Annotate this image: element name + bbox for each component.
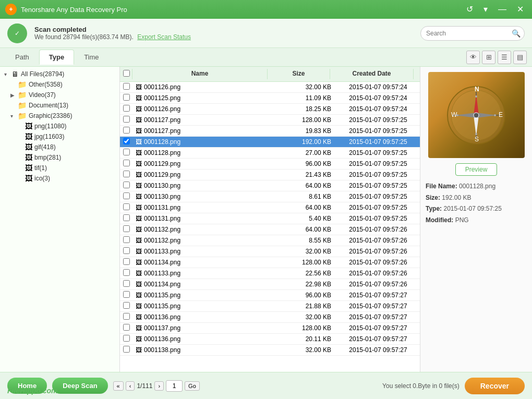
table-row[interactable]: 🖼 0001134.png 22.98 KB 2015-01-07 09:57:… <box>120 279 420 290</box>
page-input[interactable] <box>166 380 183 392</box>
view-list-button[interactable]: ☰ <box>498 51 511 64</box>
table-row[interactable]: 🖼 0001126.png 32.00 KB 2015-01-07 09:57:… <box>120 82 420 93</box>
tab-path[interactable]: Path <box>5 50 39 65</box>
row-checkbox[interactable] <box>123 258 130 265</box>
row-checkbox[interactable] <box>123 346 130 353</box>
table-row[interactable]: 🖼 0001127.png 128.00 KB 2015-01-07 09:57… <box>120 115 420 126</box>
row-checkbox[interactable] <box>123 313 130 320</box>
app-title: Tenorshare Any Data Recovery Pro <box>21 6 463 14</box>
table-row[interactable]: 🖼 0001133.png 32.00 KB 2015-01-07 09:57:… <box>120 246 420 257</box>
row-checkbox[interactable] <box>123 192 130 199</box>
view-detail-button[interactable]: ▤ <box>513 51 527 64</box>
search-icon: 🔍 <box>512 29 521 38</box>
row-date: 2015-01-07 09:57:25 <box>336 192 420 201</box>
row-checkbox[interactable] <box>123 214 130 221</box>
table-row[interactable]: 🖼 0001131.png 5.40 KB 2015-01-07 09:57:2… <box>120 213 420 224</box>
preview-size-row: Size: 192.00 KB <box>426 192 527 204</box>
page-next-button[interactable]: › <box>154 381 164 391</box>
tree-item-label: Video(37) <box>29 91 56 99</box>
row-checkbox[interactable] <box>123 324 130 331</box>
row-checkbox[interactable] <box>123 280 130 287</box>
close-button[interactable]: ✕ <box>514 4 527 15</box>
deep-scan-button[interactable]: Deep Scan <box>52 378 107 394</box>
tree-folder-icon: 📁 <box>18 80 27 89</box>
tree-item[interactable]: 🖼 png(11080) <box>0 121 119 131</box>
table-row[interactable]: 🖼 0001129.png 21.43 KB 2015-01-07 09:57:… <box>120 170 420 180</box>
tree-item[interactable]: 🖼 ico(3) <box>0 173 119 184</box>
row-checkbox[interactable] <box>123 291 130 298</box>
table-row[interactable]: 🖼 0001130.png 8.61 KB 2015-01-07 09:57:2… <box>120 191 420 202</box>
tree-item-label: png(11080) <box>34 123 66 130</box>
table-row[interactable]: 🖼 0001133.png 22.56 KB 2015-01-07 09:57:… <box>120 268 420 279</box>
table-row[interactable]: 🖼 0001136.png 32.00 KB 2015-01-07 09:57:… <box>120 312 420 323</box>
select-all-checkbox[interactable] <box>123 70 130 77</box>
table-row[interactable]: 🖼 0001136.png 20.11 KB 2015-01-07 09:57:… <box>120 334 420 345</box>
table-row[interactable]: 🖼 0001135.png 96.00 KB 2015-01-07 09:57:… <box>120 290 420 301</box>
tree-item[interactable]: 🖼 gif(418) <box>0 142 119 152</box>
row-checkbox[interactable] <box>123 269 130 276</box>
row-checkbox[interactable] <box>123 149 130 155</box>
tab-time[interactable]: Time <box>74 50 108 65</box>
page-first-button[interactable]: « <box>113 381 124 391</box>
page-go-button[interactable]: Go <box>185 381 200 391</box>
row-checkbox[interactable] <box>123 116 130 123</box>
row-checkbox[interactable] <box>123 182 130 188</box>
row-checkbox[interactable] <box>123 236 130 243</box>
table-row[interactable]: 🖼 0001130.png 64.00 KB 2015-01-07 09:57:… <box>120 180 420 191</box>
minimize-button[interactable]: — <box>495 4 510 15</box>
row-checkbox-cell <box>120 104 132 114</box>
row-checkbox[interactable] <box>123 302 130 309</box>
page-prev-button[interactable]: ‹ <box>126 381 135 391</box>
row-checkbox[interactable] <box>123 160 130 166</box>
row-checkbox[interactable] <box>123 203 130 210</box>
export-scan-link[interactable]: Export Scan Status <box>137 33 191 41</box>
preview-modified-row: Modified: PNG <box>426 215 527 226</box>
tree-item[interactable]: 🖼 tif(1) <box>0 163 119 173</box>
row-checkbox[interactable] <box>123 127 130 134</box>
table-row[interactable]: 🖼 0001128.png 27.00 KB 2015-01-07 09:57:… <box>120 148 420 159</box>
tree-item[interactable]: 🖼 bmp(281) <box>0 152 119 163</box>
recover-button[interactable]: Recover <box>465 378 525 394</box>
table-row[interactable]: 🖼 0001126.png 18.25 KB 2015-01-07 09:57:… <box>120 104 420 115</box>
table-row[interactable]: 🖼 0001138.png 32.00 KB 2015-01-07 09:57:… <box>120 345 420 356</box>
row-size: 5.40 KB <box>274 214 336 223</box>
tree-item[interactable]: 📁 Other(5358) <box>0 79 119 90</box>
dropdown-button[interactable]: ▾ <box>480 4 491 15</box>
table-row[interactable]: 🖼 0001134.png 128.00 KB 2015-01-07 09:57… <box>120 257 420 268</box>
table-row[interactable]: 🖼 0001132.png 8.55 KB 2015-01-07 09:57:2… <box>120 235 420 246</box>
row-checkbox[interactable] <box>123 335 130 342</box>
row-date: 2015-01-07 09:57:25 <box>336 148 420 158</box>
table-row[interactable]: 🖼 0001135.png 21.88 KB 2015-01-07 09:57:… <box>120 301 420 312</box>
row-checkbox[interactable] <box>123 83 130 90</box>
tree-item[interactable]: ▾ 📁 Graphic(23386) <box>0 111 119 121</box>
view-eye-button[interactable]: 👁 <box>466 51 480 64</box>
table-row[interactable]: 🖼 0001131.png 64.00 KB 2015-01-07 09:57:… <box>120 202 420 213</box>
row-checkbox[interactable] <box>123 171 130 177</box>
row-size: 96.00 KB <box>274 159 336 168</box>
table-row[interactable]: 🖼 0001129.png 96.00 KB 2015-01-07 09:57:… <box>120 159 420 170</box>
tree-item[interactable]: 🖼 jpg(11603) <box>0 131 119 142</box>
view-grid-button[interactable]: ⊞ <box>482 51 495 64</box>
preview-button[interactable]: Preview <box>455 163 498 176</box>
row-checkbox[interactable] <box>123 247 130 254</box>
table-row[interactable]: 🖼 0001132.png 64.00 KB 2015-01-07 09:57:… <box>120 224 420 235</box>
search-input[interactable] <box>420 26 525 41</box>
row-date: 2015-01-07 09:57:24 <box>336 82 420 92</box>
table-row[interactable]: 🖼 0001127.png 19.83 KB 2015-01-07 09:57:… <box>120 126 420 137</box>
table-row[interactable]: 🖼 0001128.png 192.00 KB 2015-01-07 09:57… <box>120 137 420 148</box>
search-wrap: 🔍 <box>420 26 525 41</box>
row-filename: 0001134.png <box>144 281 180 288</box>
row-checkbox[interactable] <box>123 225 130 232</box>
row-checkbox[interactable] <box>123 138 130 144</box>
table-row[interactable]: 🖼 0001125.png 11.09 KB 2015-01-07 09:57:… <box>120 93 420 104</box>
table-row[interactable]: 🖼 0001137.png 128.00 KB 2015-01-07 09:57… <box>120 323 420 334</box>
row-checkbox[interactable] <box>123 94 130 101</box>
tree-item[interactable]: 📁 Document(13) <box>0 100 119 111</box>
row-filename: 0001129.png <box>144 171 180 178</box>
row-filename: 0001128.png <box>144 138 180 146</box>
tree-item[interactable]: ▶ 📁 Video(37) <box>0 90 119 100</box>
row-checkbox[interactable] <box>123 105 130 112</box>
back-button[interactable]: ↺ <box>463 4 476 15</box>
tree-item[interactable]: ▾ 🖥 All Files(28794) <box>0 69 119 79</box>
tab-type[interactable]: Type <box>39 50 74 65</box>
